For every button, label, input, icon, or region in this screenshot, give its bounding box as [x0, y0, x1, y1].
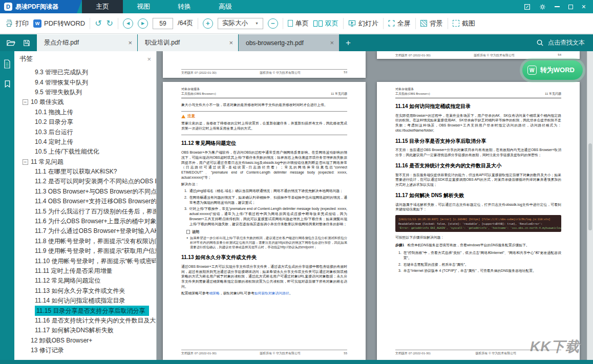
bookmark-item[interactable]: 10.2 目录分享	[14, 117, 156, 127]
pdf-to-word-button[interactable]: W PDF转WORD	[33, 19, 85, 28]
screenshot-button[interactable]: 截图	[453, 19, 475, 28]
bookmark-item[interactable]: 11.8 使用帐号登录时，界面提示“没有权限访问”	[14, 237, 156, 246]
doc-link[interactable]: 如何获取对象访问路径	[255, 291, 289, 295]
document-tab-active[interactable]: obs-browsertg-zh.pdf ×	[239, 34, 340, 51]
numbered-item: 1.在“控制面板”中，查看方式选择“类别”，依次点击“网络和Internet”、…	[398, 250, 561, 261]
close-tab-icon[interactable]: ×	[128, 39, 132, 47]
open-folder-icon[interactable]	[7, 39, 15, 47]
document-tab[interactable]: 职业培训.pdf ×	[138, 34, 239, 51]
search-bar[interactable]: 点击查找文本	[536, 34, 593, 51]
menu-tab-advanced[interactable]: 高级	[205, 0, 246, 13]
list-number: 3.	[398, 268, 401, 273]
bookmark-item[interactable]: 11.14 如何访问指定桶或指定目录	[14, 296, 156, 306]
file-actions	[0, 34, 37, 51]
bookmark-item[interactable]: 9.5 管理失败队列	[14, 88, 156, 97]
settings-gear-icon[interactable]	[539, 4, 546, 10]
bookmark-item[interactable]: 13 修订记录	[14, 346, 156, 355]
menu-tab-convert[interactable]: 转换	[164, 0, 205, 13]
undo-icon[interactable]: ↺	[95, 19, 101, 28]
redo-icon[interactable]: ↻	[107, 19, 113, 28]
bookmark-item-label: 9.3 管理已完成队列	[35, 68, 88, 77]
bookmark-item[interactable]: −11 常见问题	[14, 157, 156, 167]
double-page-label: 双页	[325, 19, 338, 28]
save-icon[interactable]	[23, 39, 30, 47]
bookmark-item[interactable]: 10.1 拖拽上传	[14, 108, 156, 117]
step-label: 步骤1	[395, 243, 404, 247]
bookmark-item[interactable]: 10.3 后台运行	[14, 127, 156, 137]
bookmark-item[interactable]: 11.5 为什么我运行了百万级别的任务后，界面卡顿	[14, 206, 156, 216]
divider	[415, 18, 416, 29]
bookmark-item[interactable]: 11.10 使用帐号登录时，界面提示“帐号或密码错误”	[14, 256, 156, 266]
menu-tab-view[interactable]: 视图	[123, 0, 164, 13]
screenshot-icon	[453, 20, 459, 27]
bookmark-item[interactable]: 11.2 是否可以同时安装两个不同站点的OBS Browser+	[14, 177, 156, 186]
app-window: D 易读PDF阅读器 主页 视图 转换 高级 × 打印 W PDF转WORD ↺…	[0, 0, 593, 364]
document-tab[interactable]: 景点介绍.pdf ×	[37, 34, 138, 51]
text-segment: 配置桶策略可参考	[181, 291, 209, 295]
vertical-scrollbar[interactable]	[587, 51, 593, 360]
fullscreen-button[interactable]: 全屏	[388, 19, 411, 28]
zoom-mode-select[interactable]: 实际大小 ▼	[218, 18, 263, 29]
log-line: ReadableStream {locked: false, [state]: …	[398, 222, 558, 226]
list-number: 3.	[184, 206, 187, 226]
convert-to-word-button[interactable]: W 转为WORD	[522, 60, 583, 80]
bookmark-item[interactable]: 9.3 管理已完成队列	[14, 68, 156, 77]
new-tab-button[interactable]: +	[340, 34, 357, 51]
collapse-icon[interactable]: −	[23, 159, 28, 165]
list-number: 2.	[398, 262, 401, 267]
bookmark-item[interactable]: 11.4 OBS Browser+支持迁移OBS Browser的任务吗	[14, 197, 156, 206]
page-number-input[interactable]	[153, 18, 173, 29]
previous-page-button[interactable]: ◀	[123, 18, 133, 29]
bookmark-item[interactable]: 11.9 使用帐号登录时，界面提示“获取用户信息失败”	[14, 246, 156, 256]
minimize-button[interactable]	[555, 6, 560, 7]
slideshow-button[interactable]: 幻灯片	[348, 19, 378, 28]
bookmark-item[interactable]: 11.15 目录分享是否支持分享后取消分享	[14, 306, 156, 315]
bookmark-item[interactable]: 12 卸载OBS Browser+	[14, 336, 156, 346]
bookmark-item[interactable]: 11.3 OBS Browser+与OBS Browser的不同点	[14, 187, 156, 197]
bookmark-item[interactable]: 10.4 定时上传	[14, 137, 156, 147]
step-item: 步骤1检查本机DNS服务是否填写有效，查看windows平台的DNS服务配置步骤…	[395, 243, 561, 248]
divider	[118, 18, 118, 29]
bookmark-item[interactable]: 11.17 如何解决DNS解析失败	[14, 326, 156, 335]
close-button[interactable]: ×	[582, 3, 586, 10]
bookmark-item[interactable]: 11.13 如何永久分享文件或文件夹	[14, 286, 156, 296]
divider	[383, 18, 384, 29]
collapse-icon[interactable]: −	[23, 99, 28, 105]
note-text-content: 如果希望进一步分析出现上传/下载任务失败的根因，建议通过在客户端进行网络侧包含丢…	[190, 235, 347, 249]
doc-link[interactable]: 桶策略	[209, 291, 219, 295]
background-button[interactable]: 背景	[420, 19, 443, 28]
footer-copyright: 版权所有 © 华为技术有限公司	[475, 351, 516, 356]
next-page-button[interactable]: ▶	[138, 18, 148, 29]
bookmark-item[interactable]: 11.6 为什么OBS Browser+上显示的桶中对象个数与实际不一致	[14, 217, 156, 226]
print-button[interactable]: 打印	[5, 19, 29, 28]
single-page-button[interactable]: 单页	[288, 19, 309, 28]
scrollbar-thumb[interactable]	[588, 143, 592, 230]
close-tab-icon[interactable]: ×	[330, 39, 334, 47]
bookmark-item[interactable]: 11.12 常见网络问题定位	[14, 276, 156, 286]
bookmark-item[interactable]: 11.16 是否支持统计文件夹内的文件数目及大小	[14, 316, 156, 326]
maximize-button[interactable]	[568, 5, 573, 9]
edit-note-icon[interactable]	[524, 4, 531, 10]
list-text: 通过ping辅域名（桶名.域名）确认当前网络联通情况；网络不通的情况下请优先解决…	[189, 188, 343, 194]
bookmark-item[interactable]: −10 最佳实践	[14, 97, 156, 107]
bookmark-item[interactable]: 11.11 定时上传是否采用增量	[14, 266, 156, 276]
zoom-out-button[interactable]: −	[268, 18, 278, 29]
menu-tab-home[interactable]: 主页	[82, 0, 123, 13]
bookmark-item[interactable]: 10.5 上传/下载性能优化	[14, 147, 156, 157]
thumbnails-panel-icon[interactable]	[3, 59, 11, 69]
bookmark-item-label: 11.7 为什么通过OBS Browser+登录时输入AK、SK后提示失败	[35, 227, 156, 235]
double-page-button[interactable]: 双页	[313, 19, 338, 28]
close-tab-icon[interactable]: ×	[229, 39, 233, 47]
slideshow-icon	[348, 20, 356, 27]
page-footer: 文档版本 07 (2022-01-30) 版权所有 © 华为技术有限公司 53	[181, 69, 347, 75]
bookmarks-panel-icon[interactable]	[4, 80, 11, 88]
zoom-in-button[interactable]: +	[203, 18, 213, 29]
paragraph: OBS Browser+作为客户端软件，在访问OBS的过程中通常受用户侧网络质量…	[181, 150, 347, 180]
document-view[interactable]: 文档版本 07 (2022-01-30) 版权所有 © 华为技术有限公司 53 …	[157, 51, 587, 360]
bookmark-item[interactable]: 9.4 管理恢复中队列	[14, 77, 156, 87]
bookmark-item-label: 11.2 是否可以同时安装两个不同站点的OBS Browser+	[35, 177, 156, 186]
close-panel-icon[interactable]: ×	[147, 55, 151, 63]
bookmark-item[interactable]: 11.1 在哪里可以获取AK和SK?	[14, 167, 156, 177]
document-tab-label: 景点介绍.pdf	[44, 38, 124, 47]
bookmark-item[interactable]: 11.7 为什么通过OBS Browser+登录时输入AK、SK后提示失败	[14, 226, 156, 236]
